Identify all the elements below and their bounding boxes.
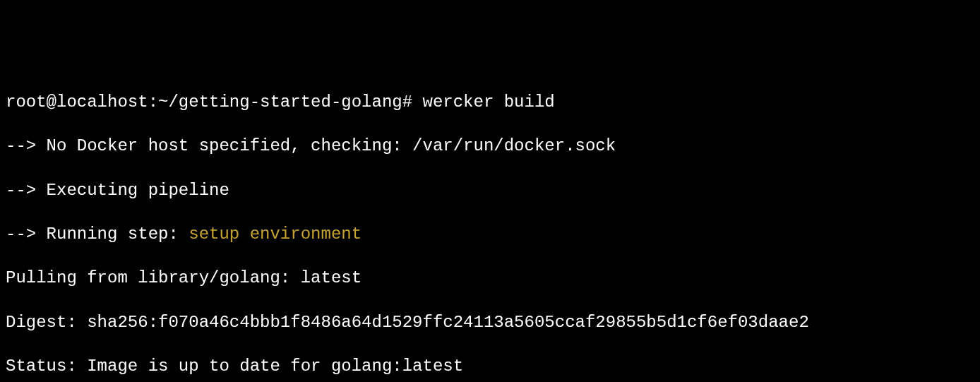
prompt-text: root@localhost:~/getting-started-golang#	[6, 92, 423, 112]
terminal-line-prompt-1[interactable]: root@localhost:~/getting-started-golang#…	[6, 91, 974, 113]
command-text: wercker build	[423, 92, 555, 112]
step-prefix: --> Running step:	[6, 225, 189, 244]
terminal-line-output: --> Executing pipeline	[6, 179, 974, 201]
step-name: setup environment	[189, 225, 361, 244]
terminal-line-step: --> Running step: setup environment	[6, 223, 974, 245]
terminal-line-output: Digest: sha256:f070a46c4bbb1f8486a64d152…	[6, 311, 974, 333]
terminal-line-output: --> No Docker host specified, checking: …	[6, 135, 974, 157]
terminal-line-output: Pulling from library/golang: latest	[6, 267, 974, 289]
terminal-line-output: Status: Image is up to date for golang:l…	[6, 355, 974, 377]
